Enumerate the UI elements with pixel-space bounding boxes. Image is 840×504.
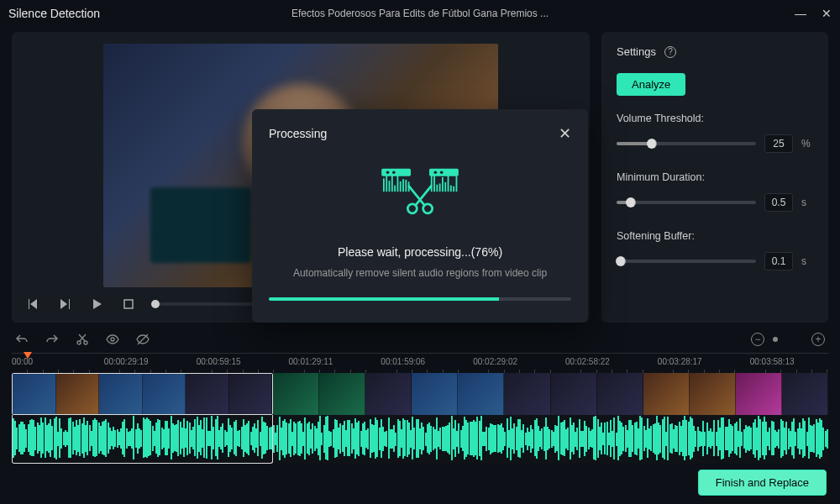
progress-bar	[269, 297, 571, 301]
svg-point-1	[77, 341, 81, 344]
play-button[interactable]	[87, 295, 106, 313]
svg-rect-21	[444, 182, 446, 192]
minimize-button[interactable]: ―	[795, 7, 806, 20]
minimum-duration-value[interactable]: 0.5	[764, 193, 793, 212]
volume-threshold-label: Volume Threshold:	[617, 113, 813, 124]
redo-button[interactable]	[45, 333, 59, 346]
settings-label: Settings	[617, 45, 656, 58]
svg-rect-12	[386, 176, 387, 192]
zoom-controls: − +	[751, 333, 825, 346]
modal-title: Processing	[269, 127, 327, 140]
svg-rect-18	[394, 186, 396, 192]
minimum-duration-label: Minimum Duration:	[617, 171, 813, 183]
svg-rect-16	[391, 175, 393, 192]
minimum-duration-slider[interactable]	[617, 201, 756, 204]
svg-rect-23	[448, 174, 449, 192]
document-title: Efectos Poderosos Para Edits de Fútbol G…	[291, 8, 549, 19]
titlebar: Silence Detection Efectos Poderosos Para…	[0, 0, 840, 27]
svg-rect-11	[431, 173, 433, 192]
svg-point-3	[111, 338, 114, 341]
volume-threshold-value[interactable]: 25	[764, 134, 793, 153]
svg-rect-17	[439, 183, 441, 192]
svg-rect-22	[400, 181, 402, 192]
svg-rect-29	[456, 176, 458, 192]
processing-icon	[269, 160, 571, 227]
modal-message: Please wait, processing...(76%)	[269, 245, 571, 259]
finish-replace-button[interactable]: Finish and Replace	[698, 470, 827, 496]
modal-subtitle: Automatically remove silent audio region…	[269, 267, 571, 279]
svg-rect-26	[405, 180, 407, 192]
seconds-unit: s	[801, 197, 813, 208]
window-title: Silence Detection	[8, 7, 100, 20]
prev-frame-button[interactable]	[24, 295, 42, 313]
svg-rect-15	[436, 185, 438, 192]
svg-rect-10	[383, 178, 385, 192]
audio-track-selected[interactable]	[12, 415, 273, 464]
svg-rect-27	[453, 186, 454, 192]
audio-track[interactable]	[273, 415, 828, 464]
svg-rect-13	[433, 176, 435, 192]
preview-icon[interactable]	[106, 333, 119, 346]
svg-rect-19	[442, 177, 444, 192]
svg-point-9	[440, 171, 444, 174]
softening-buffer-label: Softening Buffer:	[617, 230, 813, 242]
video-clip-selected[interactable]	[12, 373, 273, 415]
modal-close-button[interactable]: ✕	[559, 124, 571, 143]
svg-rect-20	[397, 174, 399, 192]
svg-rect-7	[429, 169, 459, 176]
softening-buffer-value[interactable]: 0.1	[764, 252, 793, 270]
svg-rect-24	[402, 179, 404, 192]
cut-icon[interactable]	[76, 333, 89, 346]
svg-rect-0	[124, 300, 133, 308]
hide-icon[interactable]	[136, 333, 150, 346]
window-controls: ― ✕	[795, 7, 832, 20]
undo-button[interactable]	[15, 333, 29, 346]
video-clip[interactable]	[273, 373, 828, 415]
zoom-in-button[interactable]: +	[811, 333, 825, 346]
zoom-out-button[interactable]: −	[751, 333, 764, 346]
time-ruler[interactable]: 00:0000:00:29:1900:00:59:1500:01:29:1100…	[12, 353, 828, 373]
timeline-toolbar: − +	[0, 323, 840, 353]
processing-modal: Processing ✕ Please wait, processing...(…	[252, 109, 588, 323]
svg-rect-25	[450, 186, 452, 192]
timeline: 00:0000:00:29:1900:00:59:1500:01:29:1100…	[0, 353, 840, 464]
stop-button[interactable]	[119, 295, 138, 313]
softening-buffer-slider[interactable]	[617, 260, 756, 263]
svg-rect-4	[381, 169, 411, 176]
seconds-unit-2: s	[801, 255, 813, 267]
percent-unit: %	[801, 138, 813, 150]
zoom-indicator	[773, 337, 778, 342]
svg-point-2	[84, 341, 87, 344]
svg-point-8	[434, 171, 438, 174]
settings-panel: Settings ? Analyze Volume Threshold: 25 …	[601, 32, 828, 323]
help-icon[interactable]: ?	[664, 46, 676, 58]
svg-rect-14	[389, 181, 391, 192]
svg-point-5	[386, 171, 390, 174]
volume-threshold-slider[interactable]	[617, 142, 756, 145]
close-button[interactable]: ✕	[822, 7, 832, 20]
analyze-button[interactable]: Analyze	[617, 73, 685, 96]
svg-point-6	[392, 171, 396, 174]
step-button[interactable]	[55, 295, 74, 313]
video-track[interactable]	[12, 373, 828, 415]
